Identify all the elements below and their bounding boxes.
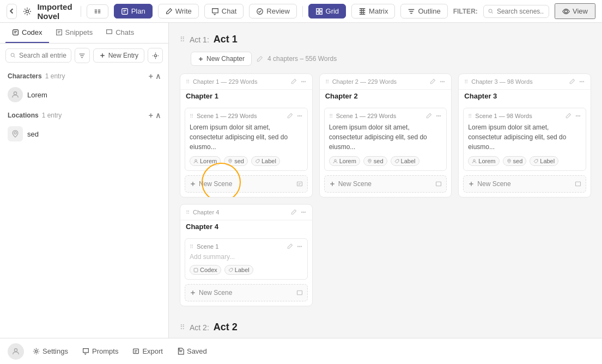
sidebar-search-box[interactable]	[5, 48, 71, 63]
back-button[interactable]	[7, 4, 17, 19]
tag-label[interactable]: Label	[251, 156, 280, 166]
chapter-1-header: ⠿ Chapter 1 — 229 Words	[180, 74, 312, 90]
chapter-1-title: Chapter 1	[180, 90, 312, 104]
tag-sed[interactable]: sed	[224, 156, 248, 166]
ch4-scene-more[interactable]	[296, 243, 303, 250]
sidebar-search-input[interactable]	[19, 52, 66, 59]
scene-search[interactable]	[483, 5, 549, 18]
act-2-drag-handle[interactable]: ⠿	[180, 323, 185, 331]
ch1-scene-drag[interactable]: ⠿	[190, 113, 193, 119]
chapter-2-card: ⠿ Chapter 2 — 229 Words Chapter 2 ⠿ Scen…	[319, 73, 452, 198]
collapse-button[interactable]	[87, 4, 108, 18]
svg-point-45	[299, 246, 300, 247]
tab-codex[interactable]: Codex	[5, 23, 49, 43]
ch4-scene-tags: Codex Label	[190, 265, 303, 275]
saved-button[interactable]: Saved	[172, 344, 212, 359]
export-button[interactable]: Export	[127, 344, 168, 359]
user-avatar[interactable]	[8, 343, 24, 360]
characters-add-icon[interactable]: +	[149, 72, 153, 81]
settings-button[interactable]: Settings	[27, 344, 74, 359]
settings-icon[interactable]	[22, 4, 32, 19]
tab-chats[interactable]: Chats	[99, 23, 141, 43]
tag-codex[interactable]: Codex	[190, 265, 221, 275]
character-lorem[interactable]: Lorem	[0, 83, 168, 107]
ch3-scene-drag[interactable]: ⠿	[468, 113, 472, 119]
locations-add-icon[interactable]: +	[149, 111, 153, 120]
ch2-more-icon[interactable]	[439, 78, 446, 85]
ch3-scene-tags: Lorem sed Label	[468, 156, 581, 166]
svg-point-33	[581, 81, 582, 82]
location-icon	[8, 126, 23, 141]
ch4-import-icon[interactable]	[296, 289, 303, 296]
filter-button[interactable]	[75, 48, 90, 63]
svg-point-36	[577, 115, 579, 116]
ch1-import-icon[interactable]	[296, 181, 303, 187]
bottombar: Settings Prompts Export Saved	[0, 338, 602, 364]
ch1-scene-header: ⠿ Scene 1 — 229 Words	[190, 113, 303, 119]
tag-lorem[interactable]: Lorem	[329, 156, 360, 166]
tag-label[interactable]: Label	[530, 156, 558, 166]
chapter-1-card: ⠿ Chapter 1 — 229 Words Chapter 1 ⠿ Scen…	[180, 73, 313, 198]
svg-rect-5	[316, 11, 318, 14]
ch4-edit-icon[interactable]	[290, 209, 297, 215]
chat-button[interactable]: Chat	[204, 4, 244, 18]
chapter-4-drag[interactable]: ⠿	[186, 209, 190, 215]
ch4-more-icon[interactable]	[300, 209, 307, 215]
tab-snippets[interactable]: Snippets	[49, 23, 100, 43]
ch3-new-scene[interactable]: New Scene	[463, 175, 586, 193]
ch3-edit-icon[interactable]	[569, 78, 575, 85]
act-1-edit-icon[interactable]	[256, 55, 263, 63]
ch4-scene-drag[interactable]: ⠿	[190, 244, 193, 250]
tag-sed[interactable]: sed	[363, 156, 387, 166]
write-button[interactable]: Write	[158, 4, 199, 18]
review-button[interactable]: Review	[249, 4, 297, 18]
location-sed[interactable]: sed	[0, 122, 168, 146]
ch1-new-scene[interactable]: New Scene	[185, 175, 308, 193]
ch1-scene-edit[interactable]	[287, 113, 293, 119]
topbar: Imported Novel Plan Write Chat Review Gr…	[0, 0, 602, 23]
ch3-scene-more[interactable]	[575, 113, 581, 119]
chapter-2-title: Chapter 2	[320, 90, 452, 104]
view-button[interactable]: View	[555, 3, 595, 19]
ch2-scene-more[interactable]	[435, 113, 442, 119]
tag-lorem[interactable]: Lorem	[190, 156, 221, 166]
act-1-new-chapter[interactable]: New Chapter	[191, 52, 252, 66]
ch1-edit-icon[interactable]	[290, 78, 297, 85]
ch1-more-icon[interactable]	[300, 78, 307, 85]
chapter-3-header: ⠿ Chapter 3 — 98 Words	[459, 74, 591, 90]
grid-button[interactable]: Grid	[308, 4, 346, 18]
ch3-more-icon[interactable]	[579, 78, 585, 85]
sidebar-settings-button[interactable]	[148, 48, 163, 63]
outline-button[interactable]: Outline	[400, 4, 447, 18]
ch2-new-scene[interactable]: New Scene	[324, 175, 447, 193]
svg-point-25	[444, 81, 445, 82]
ch2-scene-edit[interactable]	[425, 113, 432, 119]
ch3-scene-edit[interactable]	[565, 113, 571, 119]
svg-point-18	[299, 115, 300, 116]
matrix-button[interactable]: Matrix	[351, 4, 395, 18]
ch1-scene-more[interactable]	[296, 113, 303, 119]
plan-button[interactable]: Plan	[114, 4, 153, 18]
ch3-import-icon[interactable]	[575, 181, 581, 187]
chapter-3-drag[interactable]: ⠿	[464, 79, 468, 85]
chapter-2-drag[interactable]: ⠿	[325, 79, 329, 85]
ch2-edit-icon[interactable]	[429, 78, 436, 85]
tag-label[interactable]: Label	[224, 265, 253, 275]
characters-collapse-icon[interactable]: ∧	[155, 72, 161, 81]
ch2-import-icon[interactable]	[435, 181, 442, 187]
chapter-1-drag[interactable]: ⠿	[186, 79, 190, 85]
ch2-scene-drag[interactable]: ⠿	[329, 113, 333, 119]
ch1-scene-1: ⠿ Scene 1 — 229 Words Lorem ipsum dolor …	[185, 108, 308, 171]
ch4-new-scene[interactable]: New Scene	[185, 284, 308, 301]
tag-label[interactable]: Label	[391, 156, 419, 166]
prompts-button[interactable]: Prompts	[77, 344, 124, 359]
locations-collapse-icon[interactable]: ∧	[155, 111, 161, 120]
tag-lorem[interactable]: Lorem	[468, 156, 499, 166]
new-entry-button[interactable]: Lorem New Entry	[93, 48, 144, 63]
ch4-scene-edit[interactable]	[287, 243, 293, 250]
divider	[81, 6, 81, 17]
svg-point-29	[334, 159, 336, 161]
tag-sed[interactable]: sed	[503, 156, 527, 166]
search-input[interactable]	[497, 8, 544, 15]
act-1-drag-handle[interactable]: ⠿	[180, 35, 185, 44]
